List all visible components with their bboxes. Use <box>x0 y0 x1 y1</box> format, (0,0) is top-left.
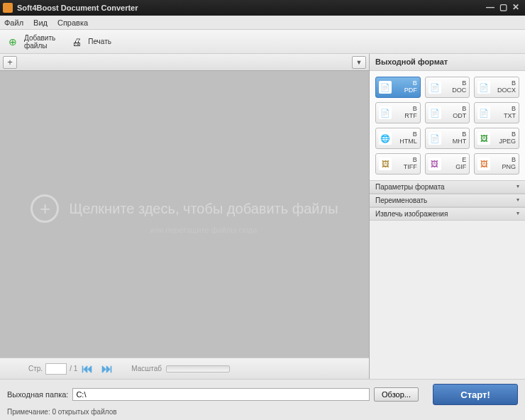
format-gif-button[interactable]: 🖼EGIF <box>425 153 470 175</box>
format-rtf-button[interactable]: 📄ВRTF <box>375 102 421 123</box>
add-files-button[interactable]: ⊕ Добавить файлы <box>6 34 55 50</box>
drop-text: Щелкните здесь, чтобы добавить файлы <box>69 201 338 217</box>
add-plus-icon: + <box>31 194 59 223</box>
format-doc-button[interactable]: 📄ВDOC <box>425 77 470 98</box>
zoom-label: Масштаб <box>131 365 162 372</box>
txt-icon: 📄 <box>477 106 490 119</box>
rtf-icon: 📄 <box>379 106 392 119</box>
doc-icon: 📄 <box>429 81 441 94</box>
right-pane: Выходной формат 📄ВPDF📄ВDOC📄ВDOCX📄ВRTF📄ВO… <box>370 54 525 379</box>
app-title: Soft4Boost Document Converter <box>17 4 138 12</box>
printer-icon: 🖨 <box>70 35 84 49</box>
content: + ▼ + Щелкните здесь, чтобы добавить фай… <box>0 54 525 379</box>
add-tab-button[interactable]: + <box>3 56 17 69</box>
menu-file[interactable]: Файл <box>4 18 23 27</box>
toolbar: ⊕ Добавить файлы 🖨 Печать <box>0 30 525 54</box>
menubar: Файл Вид Справка <box>0 16 525 30</box>
first-page-icon[interactable]: ⏮ <box>82 363 93 375</box>
format-odt-button[interactable]: 📄ВODT <box>425 102 470 123</box>
mht-icon: 📄 <box>429 132 441 145</box>
accordion-1[interactable]: Переименовать▾ <box>370 194 525 207</box>
chevron-down-icon: ▾ <box>516 183 519 191</box>
page-total: / 1 <box>70 365 77 372</box>
last-page-icon[interactable]: ⏭ <box>101 363 113 375</box>
tab-dropdown-button[interactable]: ▼ <box>352 56 366 69</box>
tab-strip: + ▼ <box>0 54 369 71</box>
format-docx-button[interactable]: 📄ВDOCX <box>474 77 519 98</box>
page-input[interactable] <box>45 363 67 375</box>
titlebar[interactable]: Soft4Boost Document Converter — ▢ ✕ <box>0 0 525 16</box>
close-button[interactable]: ✕ <box>509 2 522 13</box>
output-dir-label: Выходная папка: <box>7 390 68 399</box>
zoom-slider[interactable] <box>166 365 230 372</box>
page-label: Стр. <box>28 365 43 372</box>
app-window: Soft4Boost Document Converter — ▢ ✕ Файл… <box>0 0 525 420</box>
tiff-icon: 🖼 <box>379 158 392 170</box>
chevron-down-icon: ▾ <box>516 210 519 218</box>
footer-note: Примечание: 0 открытых файлов <box>7 408 518 416</box>
browse-button[interactable]: Обзор... <box>374 387 419 402</box>
chevron-down-icon: ▾ <box>516 197 519 204</box>
docx-icon: 📄 <box>477 81 490 94</box>
add-files-icon: ⊕ <box>6 35 20 49</box>
pdf-icon: 📄 <box>379 81 392 94</box>
format-pdf-button[interactable]: 📄ВPDF <box>375 77 421 98</box>
output-dir-input[interactable] <box>72 388 370 401</box>
format-png-button[interactable]: 🖼ВPNG <box>474 153 519 175</box>
html-icon: 🌐 <box>379 132 392 145</box>
drop-area[interactable]: + Щелкните здесь, чтобы добавить файлы и… <box>0 71 369 358</box>
output-format-header: Выходной формат <box>370 54 525 71</box>
menu-help[interactable]: Справка <box>57 18 88 27</box>
start-button[interactable]: Старт! <box>433 384 518 405</box>
gif-icon: 🖼 <box>429 158 441 170</box>
maximize-button[interactable]: ▢ <box>497 2 509 13</box>
footer: Выходная папка: Обзор... Старт! Примечан… <box>0 379 525 420</box>
format-txt-button[interactable]: 📄ВTXT <box>474 102 519 123</box>
format-html-button[interactable]: 🌐ВHTML <box>375 128 421 149</box>
menu-view[interactable]: Вид <box>33 18 48 27</box>
format-grid: 📄ВPDF📄ВDOC📄ВDOCX📄ВRTF📄ВODT📄ВTXT🌐ВHTML📄ВM… <box>370 71 525 180</box>
accordion-0[interactable]: Параметры формата▾ <box>370 180 525 194</box>
print-button[interactable]: 🖨 Печать <box>70 35 111 49</box>
format-tiff-button[interactable]: 🖼ВTIFF <box>375 153 421 175</box>
accordion-2[interactable]: Извлечь изображения▾ <box>370 207 525 221</box>
jpeg-icon: 🖼 <box>477 132 490 145</box>
app-icon <box>3 3 13 13</box>
minimize-button[interactable]: — <box>484 2 497 13</box>
format-jpeg-button[interactable]: 🖼ВJPEG <box>474 128 519 149</box>
format-mht-button[interactable]: 📄ВMHT <box>425 128 470 149</box>
pager: Стр. / 1 ⏮ ⏭ Масштаб <box>0 358 369 379</box>
drop-subtext: или перетащите файлы сюда <box>150 226 258 234</box>
left-pane: + ▼ + Щелкните здесь, чтобы добавить фай… <box>0 54 370 379</box>
odt-icon: 📄 <box>429 106 441 119</box>
png-icon: 🖼 <box>477 158 490 170</box>
